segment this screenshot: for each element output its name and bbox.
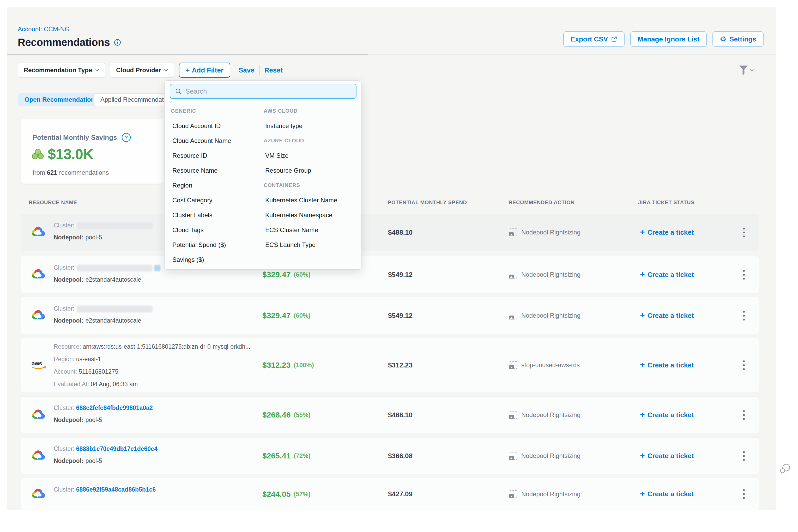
nodepool-label: Nodepool: xyxy=(54,457,83,464)
filter-option-resource-name[interactable]: Resource Name xyxy=(171,163,260,178)
account-breadcrumb[interactable]: Account: CCM-NG xyxy=(18,25,70,33)
row-menu-kebab-icon[interactable] xyxy=(743,478,745,510)
cluster-link[interactable]: 6886e92f59a48cad86b5b1c6 xyxy=(76,486,156,493)
filter-option-savings[interactable]: Savings ($) xyxy=(171,252,260,267)
nodepool-label: Nodepool: xyxy=(54,416,83,423)
recommended-action: Nodepool Rightsizing xyxy=(509,397,581,433)
cluster-label: Cluster: xyxy=(54,404,74,411)
filter-option-kubernetes-namespace[interactable]: Kubernetes Namespace xyxy=(264,208,358,223)
dropdown-search-box[interactable] xyxy=(170,84,357,99)
dropdown-generic-column: GENERIC Cloud Account ID Cloud Account N… xyxy=(171,103,260,267)
settings-label: Settings xyxy=(729,35,756,43)
export-csv-button[interactable]: Export CSV xyxy=(563,31,625,47)
save-reset-divider xyxy=(259,65,260,75)
external-link-icon xyxy=(611,36,617,42)
filter-option-cloud-account-id[interactable]: Cloud Account ID xyxy=(171,118,260,133)
filter-option-cloud-account-name[interactable]: Cloud Account Name xyxy=(171,133,260,148)
potential-monthly-savings: $244.05(57%) xyxy=(262,478,310,510)
plus-icon: + xyxy=(640,490,645,498)
filter-option-resource-group[interactable]: Resource Group xyxy=(264,163,358,178)
table-row[interactable]: Cluster: 6888b1c70e49db17c1de60c4 Nodepo… xyxy=(21,437,759,474)
potential-monthly-spend: $549.12 xyxy=(388,256,413,293)
header-divider xyxy=(7,54,368,55)
rightsizing-icon xyxy=(509,490,517,498)
potential-monthly-savings: $268.46(55%) xyxy=(262,397,310,433)
row-menu-kebab-icon[interactable] xyxy=(743,397,745,433)
rightsizing-icon xyxy=(509,361,517,369)
nodepool-value: e2standar4autoscale xyxy=(86,317,141,324)
filter-chip-recommendation-type[interactable]: Recommendation Type xyxy=(18,62,106,78)
filter-option-instance-type[interactable]: Instance type xyxy=(264,118,358,133)
search-input[interactable] xyxy=(185,87,351,95)
row-menu-kebab-icon[interactable] xyxy=(743,338,745,392)
create-ticket-link[interactable]: +Create a ticket xyxy=(640,338,694,392)
filter-option-vm-size[interactable]: VM Size xyxy=(264,148,358,163)
help-chat-button[interactable] xyxy=(778,461,792,476)
recommended-action: Nodepool Rightsizing xyxy=(509,438,581,474)
region-label: Region: xyxy=(54,356,74,362)
resource-label: Resource: xyxy=(54,343,81,350)
create-ticket-link[interactable]: +Create a ticket xyxy=(640,297,694,334)
potential-savings-card: Potential Monthly Savings ? $13.0K from … xyxy=(21,119,164,184)
row-menu-kebab-icon[interactable] xyxy=(743,438,745,474)
manage-ignore-list-label: Manage Ignore List xyxy=(638,35,699,43)
filter-option-region[interactable]: Region xyxy=(171,178,260,193)
table-row[interactable]: Cluster: Nodepool:pool-5 $488.10 Nodepoo… xyxy=(21,214,759,251)
add-filter-button[interactable]: + Add Filter xyxy=(179,62,230,78)
gcp-logo-icon xyxy=(31,488,46,501)
chevron-down-icon xyxy=(164,69,168,72)
table-row[interactable]: Cluster: 6886e92f59a48cad86b5b1c6 $244.0… xyxy=(21,478,759,510)
create-ticket-link[interactable]: +Create a ticket xyxy=(640,478,694,510)
potential-monthly-savings: $312.23(100%) xyxy=(262,338,314,392)
nodepool-value: e2standar4autoscale xyxy=(86,276,141,283)
filter-option-cluster-labels[interactable]: Cluster Labels xyxy=(171,208,260,223)
account-label: Account: xyxy=(54,368,77,375)
section-header-azure-cloud: AZURE CLOUD xyxy=(264,133,358,148)
filter-chip-cloud-provider[interactable]: Cloud Provider xyxy=(110,62,174,78)
reset-filter-button[interactable]: Reset xyxy=(264,66,283,74)
table-row[interactable]: Cluster: Nodepool:e2standar4autoscale $3… xyxy=(21,297,759,334)
column-header-resource-name: RESOURCE NAME xyxy=(29,200,77,206)
page-title: Recommendations xyxy=(18,37,110,48)
info-icon[interactable] xyxy=(114,39,121,46)
create-ticket-link[interactable]: +Create a ticket xyxy=(640,214,694,251)
settings-button[interactable]: ⚙ Settings xyxy=(712,31,764,47)
recommended-action: Nodepool Rightsizing xyxy=(509,478,581,510)
create-ticket-link[interactable]: +Create a ticket xyxy=(640,397,694,433)
column-header-jira-ticket-status: JIRA TICKET STATUS xyxy=(638,200,695,206)
create-ticket-link[interactable]: +Create a ticket xyxy=(640,438,694,474)
rightsizing-icon xyxy=(509,228,517,236)
filter-option-resource-id[interactable]: Resource ID xyxy=(171,148,260,163)
row-menu-kebab-icon[interactable] xyxy=(743,297,745,334)
save-filter-button[interactable]: Save xyxy=(239,66,254,74)
filter-option-ecs-launch-type[interactable]: ECS Launch Type xyxy=(264,237,358,252)
tab-open-recommendations[interactable]: Open Recommendations xyxy=(18,93,105,106)
filter-option-cost-category[interactable]: Cost Category xyxy=(171,193,260,208)
recommendation-count: 621 xyxy=(47,169,57,176)
potential-monthly-spend: $427.09 xyxy=(388,478,413,510)
row-menu-kebab-icon[interactable] xyxy=(743,256,745,293)
cluster-label: Cluster: xyxy=(54,486,74,493)
filter-funnel-button[interactable] xyxy=(739,65,754,77)
add-filter-dropdown: GENERIC Cloud Account ID Cloud Account N… xyxy=(164,80,361,270)
cluster-link[interactable]: 6888b1c70e49db17c1de60c4 xyxy=(76,445,157,452)
create-ticket-link[interactable]: +Create a ticket xyxy=(640,256,694,293)
filter-option-ecs-cluster-name[interactable]: ECS Cluster Name xyxy=(264,223,358,237)
table-row[interactable]: Cluster: 688c2fefc84fbdc99801a0a2 Nodepo… xyxy=(21,396,759,433)
plus-icon: + xyxy=(640,360,645,369)
filter-option-cloud-tags[interactable]: Cloud Tags xyxy=(171,223,260,237)
potential-monthly-spend: $549.12 xyxy=(388,297,413,334)
resource-arn: arn:aws:rds:us-east-1:511616801275:db:zn… xyxy=(83,343,250,350)
filter-option-potential-spend[interactable]: Potential Spend ($) xyxy=(171,237,260,252)
recommended-action: stop-unused-aws-rds xyxy=(509,338,580,392)
aws-logo-icon xyxy=(31,359,47,371)
help-question-icon[interactable]: ? xyxy=(121,132,131,142)
table-row[interactable]: Cluster: Nodepool:e2standar4autoscale $3… xyxy=(21,256,759,293)
filter-option-kubernetes-cluster-name[interactable]: Kubernetes Cluster Name xyxy=(264,193,358,208)
potential-monthly-spend: $366.08 xyxy=(388,438,413,474)
table-row[interactable]: Resource: arn:aws:rds:us-east-1:51161680… xyxy=(21,338,759,393)
row-menu-kebab-icon[interactable] xyxy=(743,214,745,251)
plus-icon: + xyxy=(186,66,190,74)
manage-ignore-list-button[interactable]: Manage Ignore List xyxy=(630,31,707,47)
cluster-link[interactable]: 688c2fefc84fbdc99801a0a2 xyxy=(76,404,153,411)
